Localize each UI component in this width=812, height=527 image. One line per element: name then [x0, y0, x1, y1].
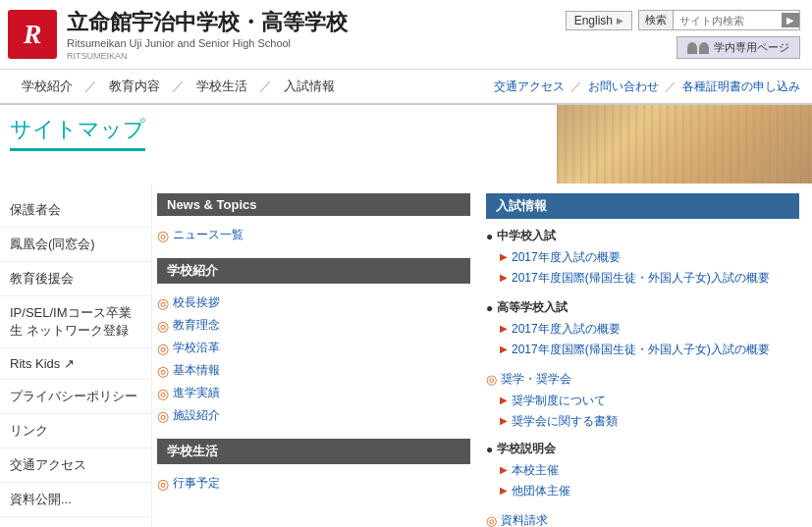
info-session-label: ● 学校説明会 — [486, 438, 799, 460]
nav-item-education[interactable]: 教育内容 — [99, 70, 170, 103]
col-left: News & Topics ◎ ニュース一覧 学校紹介 ◎ 校長挨拶 — [157, 193, 478, 527]
sidebar-item-parents[interactable]: 保護者会 — [0, 193, 151, 228]
logo-small: RITSUMEIKAN — [67, 51, 348, 61]
middle-link-overview[interactable]: 2017年度入試の概要 — [512, 249, 621, 266]
hero-image — [557, 105, 812, 184]
admission-header: 入試情報 — [486, 193, 799, 219]
middle-school-section: ● 中学校入試 ▶ 2017年度入試の概要 ▶ 2017年度国際(帰国生徒・外国… — [486, 225, 799, 289]
tri-icon-is1: ▶ — [500, 464, 508, 475]
middle-link-2: ▶ 2017年度国際(帰国生徒・外国人子女)入試の概要 — [486, 268, 799, 289]
info-session-school-link[interactable]: 本校主催 — [512, 462, 559, 479]
scholarship-system-link[interactable]: 奨学制度について — [512, 393, 606, 409]
header-right: English ▶ 検索 ▶ 学内専用ページ — [566, 10, 800, 59]
staff-btn-label: 学内専用ページ — [714, 40, 789, 55]
search-button[interactable]: ▶ — [782, 13, 799, 27]
search-box: 検索 ▶ — [638, 10, 800, 30]
school-intro-header-label: 学校紹介 — [167, 262, 218, 280]
tri-icon-is2: ▶ — [500, 485, 508, 496]
nav-sep-1: ／ — [82, 78, 99, 95]
sidebar-item-privacy[interactable]: プライバシーポリシー — [0, 380, 151, 414]
sidebar-item-ritskids[interactable]: Rits Kids ↗ — [0, 348, 151, 380]
nav-access-link[interactable]: 交通アクセス — [494, 79, 565, 95]
nav-item-school-life[interactable]: 学校生活 — [187, 70, 257, 103]
nav-sep-2: ／ — [170, 78, 187, 95]
english-label: English — [574, 14, 613, 27]
nav-certificate-link[interactable]: 各種証明書の申し込み — [682, 79, 800, 95]
logo-icon: R — [8, 10, 57, 59]
middle-link-intl[interactable]: 2017年度国際(帰国生徒・外国人子女)入試の概要 — [512, 270, 770, 287]
tri-icon-sc2: ▶ — [500, 415, 508, 426]
col-right: 入試情報 ● 中学校入試 ▶ 2017年度入試の概要 ▶ — [478, 193, 807, 527]
school-title-en: Ritsumeikan Uji Junior and Senior High S… — [67, 37, 348, 49]
circle-icon-s1: ◎ — [157, 295, 169, 311]
school-intro-link-6: ◎ 施設紹介 — [157, 404, 470, 427]
high-link-intl[interactable]: 2017年度国際(帰国生徒・外国人子女)入試の概要 — [512, 342, 770, 358]
high-link-1: ▶ 2017年度入試の概要 — [486, 319, 799, 340]
high-school-section: ● 高等学校入試 ▶ 2017年度入試の概要 ▶ 2017年度国際(帰国生徒・外… — [486, 296, 799, 360]
chevron-right-icon: ▶ — [617, 16, 623, 26]
intro-link-principal[interactable]: 校長挨拶 — [173, 294, 220, 311]
life-link-events[interactable]: 行事予定 — [173, 475, 220, 492]
scholarship-link[interactable]: 奨学・奨学会 — [501, 371, 571, 388]
tri-icon-m1: ▶ — [500, 251, 508, 262]
layout: 保護者会 鳳凰会(同窓会) 教育後援会 IP/SEL/IMコース卒業生 ネットワ… — [0, 184, 812, 527]
main-content: サイトマップ 保護者会 鳳凰会(同窓会) 教育後援会 IP/SEL/IMコース卒… — [0, 105, 812, 527]
header-top-row: English ▶ 検索 ▶ — [566, 10, 800, 30]
sidebar-item-alumni[interactable]: 鳳凰会(同窓会) — [0, 228, 151, 262]
intro-link-results[interactable]: 進学実績 — [173, 385, 220, 401]
news-link-1[interactable]: ニュース一覧 — [173, 227, 244, 243]
tri-icon-m2: ▶ — [500, 272, 508, 283]
sidebar: 保護者会 鳳凰会(同窓会) 教育後援会 IP/SEL/IMコース卒業生 ネットワ… — [0, 184, 152, 527]
news-link-item-1: ◎ ニュース一覧 — [157, 224, 470, 246]
sidebar-item-access[interactable]: 交通アクセス — [0, 448, 151, 483]
intro-link-history[interactable]: 学校沿革 — [173, 340, 220, 356]
high-link-overview[interactable]: 2017年度入試の概要 — [512, 321, 621, 338]
info-session-school: ▶ 本校主催 — [486, 460, 799, 481]
english-button[interactable]: English ▶ — [566, 11, 632, 30]
middle-school-label: ● 中学校入試 — [486, 225, 799, 247]
nav-contact-link[interactable]: お問い合わせ — [588, 79, 659, 95]
middle-school-text: 中学校入試 — [497, 228, 556, 244]
school-life-section-header: 学校生活 — [157, 439, 470, 464]
high-link-2: ▶ 2017年度国際(帰国生徒・外国人子女)入試の概要 — [486, 340, 799, 360]
school-life-header-label: 学校生活 — [167, 443, 218, 460]
nav-item-admission[interactable]: 入試情報 — [274, 70, 345, 103]
request-circle-link: ◎ 資料請求 — [486, 509, 799, 527]
sidebar-item-links[interactable]: リンク — [0, 414, 151, 448]
staff-page-button[interactable]: 学内専用ページ — [677, 36, 800, 59]
intro-link-basic[interactable]: 基本情報 — [173, 362, 220, 379]
request-link[interactable]: 資料請求 — [501, 512, 548, 527]
sidebar-item-support[interactable]: 教育後援会 — [0, 262, 151, 296]
intro-link-facilities[interactable]: 施設紹介 — [173, 407, 220, 424]
info-session-other-link[interactable]: 他団体主催 — [512, 483, 570, 500]
search-label: 検索 — [639, 11, 674, 29]
nav-sep-3: ／ — [257, 78, 274, 95]
tri-icon-h2: ▶ — [500, 343, 508, 354]
high-school-text: 高等学校入試 — [497, 299, 568, 316]
sidebar-item-network[interactable]: IP/SEL/IMコース卒業生 ネットワーク登録 — [0, 296, 151, 348]
news-section-header: News & Topics — [157, 193, 470, 216]
page-title: サイトマップ — [10, 115, 145, 151]
circle-icon-s3: ◎ — [157, 341, 169, 356]
main-cols: News & Topics ◎ ニュース一覧 学校紹介 ◎ 校長挨拶 — [152, 184, 812, 527]
school-intro-link-4: ◎ 基本情報 — [157, 359, 470, 382]
circle-icon-s6: ◎ — [157, 408, 169, 424]
nav-item-school-intro[interactable]: 学校紹介 — [12, 70, 82, 103]
logo-text: 立命館宇治中学校・高等学校 Ritsumeikan Uji Junior and… — [67, 8, 348, 61]
search-input[interactable] — [674, 13, 782, 28]
school-intro-link-5: ◎ 進学実績 — [157, 382, 470, 404]
tri-icon-h1: ▶ — [500, 323, 508, 334]
circle-icon-1: ◎ — [157, 228, 169, 243]
intro-link-philosophy[interactable]: 教育理念 — [173, 317, 220, 334]
school-title-ja: 立命館宇治中学校・高等学校 — [67, 8, 348, 37]
circle-o-req-icon: ◎ — [486, 513, 497, 527]
info-session-section: ● 学校説明会 ▶ 本校主催 ▶ 他団体主催 — [486, 438, 799, 501]
school-intro-link-1: ◎ 校長挨拶 — [157, 291, 470, 314]
school-intro-section-header: 学校紹介 — [157, 258, 470, 284]
scholarship-docs-link[interactable]: 奨学会に関する書類 — [512, 413, 618, 430]
circle-icon-s2: ◎ — [157, 318, 169, 334]
scholarship-sub-2: ▶ 奨学会に関する書類 — [486, 411, 799, 432]
info-session-other: ▶ 他団体主催 — [486, 481, 799, 501]
scholarship-sub-1: ▶ 奨学制度について — [486, 391, 799, 411]
sidebar-item-docs[interactable]: 資料公開... — [0, 483, 151, 517]
